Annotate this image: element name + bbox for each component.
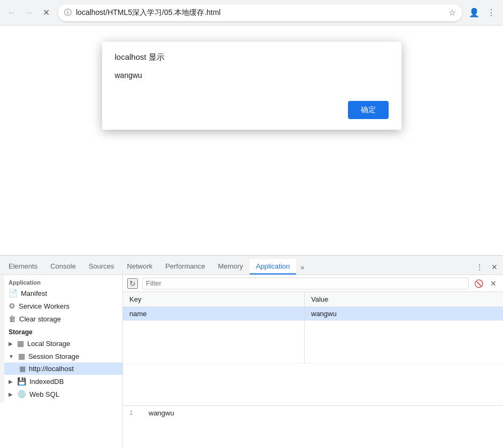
sidebar-app-title: Application — [4, 277, 122, 287]
tab-elements[interactable]: Elements — [2, 259, 44, 274]
col-key: Key — [123, 292, 305, 306]
service-workers-label: Service Workers — [19, 302, 69, 310]
back-button[interactable]: ← — [4, 5, 19, 20]
tab-network[interactable]: Network — [121, 259, 159, 274]
clear-storage-icon: 🗑 — [9, 315, 16, 323]
sidebar-item-session-storage[interactable]: ▼ ▦ Session Storage — [4, 350, 122, 363]
dt-main-panel: ↻ 🚫 ✕ Key Value name wangwu — [123, 275, 503, 448]
nav-buttons: ← → ✕ — [4, 5, 53, 20]
tab-sources[interactable]: Sources — [82, 259, 121, 274]
tab-memory[interactable]: Memory — [212, 259, 250, 274]
http-localhost-icon: ▦ — [19, 365, 26, 373]
table-body: name wangwu — [123, 307, 503, 405]
storage-title: Storage — [4, 325, 122, 337]
sidebar-item-http-localhost[interactable]: ▦ http://localhost — [4, 363, 122, 375]
empty-cell-key — [123, 321, 305, 363]
local-storage-arrow: ▶ — [9, 341, 13, 347]
bottom-value: wangwu — [149, 409, 174, 417]
dialog-title: localhost 显示 — [115, 52, 389, 62]
sidebar-scrollbar[interactable] — [0, 275, 4, 403]
manifest-icon: 📄 — [9, 289, 18, 297]
line-number: 1 — [129, 409, 140, 416]
devtools-tabs: Elements Console Sources Network Perform… — [0, 256, 503, 275]
local-storage-icon: ▦ — [17, 339, 24, 348]
dialog-ok-button[interactable]: 确定 — [348, 101, 389, 119]
dialog-overlay: localhost 显示 wangwu 确定 — [0, 26, 503, 255]
indexed-db-arrow: ▶ — [9, 379, 13, 384]
web-sql-icon: 💿 — [17, 390, 26, 398]
sidebar-item-manifest[interactable]: 📄 Manifest — [4, 287, 122, 300]
more-button[interactable]: ⋮ — [484, 5, 499, 20]
filter-close-button[interactable]: ✕ — [488, 278, 499, 289]
forward-button[interactable]: → — [21, 5, 36, 20]
more-tabs-button[interactable]: » — [296, 260, 308, 274]
devtools-close-button[interactable]: ✕ — [488, 261, 501, 273]
session-storage-arrow: ▼ — [9, 353, 14, 359]
storage-table: Key Value name wangwu — [123, 292, 503, 405]
filter-bar: ↻ 🚫 ✕ — [123, 275, 503, 292]
sidebar-item-clear-storage[interactable]: 🗑 Clear storage — [4, 312, 122, 325]
dialog-message: wangwu — [115, 71, 389, 80]
tab-console[interactable]: Console — [44, 259, 82, 274]
empty-cell-value — [305, 321, 503, 363]
bottom-panel: 1 wangwu — [123, 405, 503, 448]
table-header: Key Value — [123, 292, 503, 307]
sidebar-item-local-storage[interactable]: ▶ ▦ Local Storage — [4, 337, 122, 350]
dialog: localhost 显示 wangwu 确定 — [102, 42, 401, 130]
security-icon: ⓘ — [64, 8, 72, 18]
sidebar-item-web-sql[interactable]: ▶ 💿 Web SQL — [4, 388, 122, 400]
clear-storage-label: Clear storage — [19, 315, 61, 323]
service-workers-icon: ⚙ — [9, 302, 16, 310]
web-sql-arrow: ▶ — [9, 391, 13, 397]
session-storage-icon: ▦ — [18, 352, 25, 360]
manifest-label: Manifest — [21, 289, 47, 297]
indexed-db-icon: 💾 — [17, 377, 26, 386]
dt-sidebar: Application 📄 Manifest ⚙ Service Workers… — [0, 275, 123, 448]
table-empty-row[interactable] — [123, 321, 503, 364]
sidebar-item-service-workers[interactable]: ⚙ Service Workers — [4, 300, 122, 312]
filter-input[interactable] — [142, 278, 469, 289]
http-localhost-label: http://localhost — [29, 365, 74, 373]
browser-chrome: ← → ✕ ⓘ localhost/HTML5深入学习/05.本地缓存.html… — [0, 0, 503, 26]
devtools-more-button[interactable]: ⋮ — [473, 261, 486, 273]
dialog-actions: 确定 — [115, 101, 389, 119]
url-text: localhost/HTML5深入学习/05.本地缓存.html — [76, 8, 444, 18]
browser-actions: 👤 ⋮ — [467, 5, 499, 20]
web-sql-label: Web SQL — [29, 390, 59, 398]
bookmark-icon[interactable]: ☆ — [448, 7, 456, 18]
sidebar-item-indexed-db[interactable]: ▶ 💾 IndexedDB — [4, 375, 122, 388]
local-storage-label: Local Storage — [27, 340, 70, 348]
indexed-db-label: IndexedDB — [29, 378, 64, 386]
address-bar[interactable]: ⓘ localhost/HTML5深入学习/05.本地缓存.html ☆ — [58, 4, 462, 21]
filter-refresh-button[interactable]: ↻ — [127, 278, 138, 289]
devtools-controls: ⋮ ✕ — [473, 261, 501, 274]
cell-key: name — [123, 307, 305, 320]
tab-application[interactable]: Application — [250, 259, 297, 274]
tab-performance[interactable]: Performance — [159, 259, 211, 274]
devtools-body: Application 📄 Manifest ⚙ Service Workers… — [0, 275, 503, 448]
devtools: Elements Console Sources Network Perform… — [0, 255, 503, 448]
filter-clear-button[interactable]: 🚫 — [473, 278, 484, 289]
table-row[interactable]: name wangwu — [123, 307, 503, 321]
profile-button[interactable]: 👤 — [467, 5, 482, 20]
refresh-button[interactable]: ✕ — [38, 5, 53, 20]
col-value: Value — [305, 292, 503, 306]
page-content: localhost 显示 wangwu 确定 — [0, 26, 503, 255]
cell-value: wangwu — [305, 307, 503, 320]
session-storage-label: Session Storage — [28, 352, 79, 360]
sidebar-content: Application 📄 Manifest ⚙ Service Workers… — [4, 275, 122, 403]
